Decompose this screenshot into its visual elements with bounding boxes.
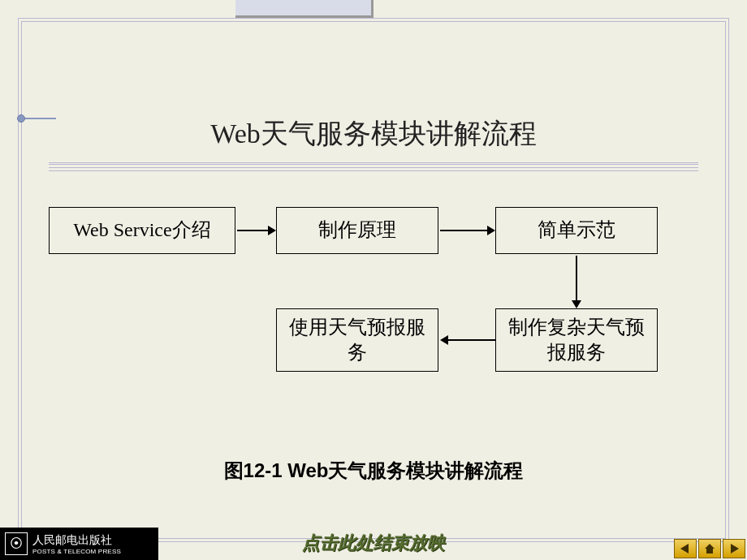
svg-marker-1 [705,544,715,554]
nav-prev-button[interactable] [674,539,697,558]
svg-marker-2 [731,544,739,554]
svg-marker-0 [680,544,689,554]
box-principle: 制作原理 [276,207,438,254]
figure-caption: 图12-1 Web天气服务模块讲解流程 [0,458,747,484]
nav-next-button[interactable] [723,539,745,558]
triangle-right-icon [728,542,741,555]
box-web-service-intro: Web Service介绍 [49,207,235,254]
box-complex-service: 制作复杂天气预报服务 [495,308,658,372]
home-icon [703,542,716,555]
nav-home-button[interactable] [698,539,721,558]
end-slideshow-link[interactable]: 点击此处结束放映 [0,531,747,555]
box-use-service: 使用天气预报服务 [276,308,438,372]
nav-button-group [674,539,745,558]
box-simple-demo: 简单示范 [495,207,658,254]
triangle-left-icon [679,542,692,555]
